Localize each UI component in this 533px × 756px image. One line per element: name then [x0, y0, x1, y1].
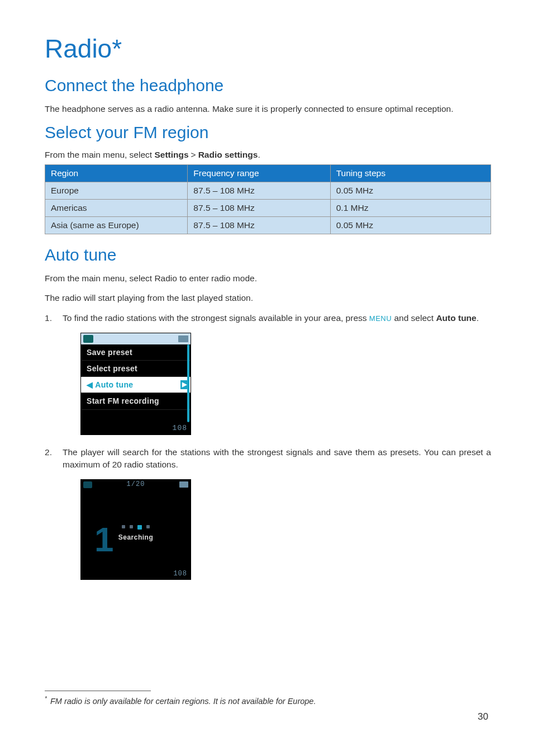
dot-icon — [137, 525, 142, 530]
intro1c: to enter radio mode. — [177, 273, 257, 283]
cell-tuning: 0.1 MHz — [330, 199, 491, 216]
step2-text: The player will search for the stations … — [63, 447, 491, 469]
device2-body: 1 Searching — [81, 490, 191, 568]
table-row: Europe 87.5 – 108 MHz 0.05 MHz — [45, 182, 491, 199]
auto-tune-intro2: The radio will start playing from the la… — [45, 292, 491, 304]
nav-prefix: From the main menu, select — [45, 150, 154, 159]
device2-footer-freq: 108 — [81, 568, 191, 579]
preset-big-number: 1 — [94, 514, 113, 565]
table-row: Asia (same as Europe) 87.5 – 108 MHz 0.0… — [45, 216, 491, 234]
region-table: Region Frequency range Tuning steps Euro… — [45, 164, 491, 234]
step1b: and select — [392, 313, 436, 323]
step-1: To find the radio stations with the stro… — [45, 312, 491, 435]
footnote-marker: * — [45, 696, 47, 702]
cell-freq: 87.5 – 108 MHz — [188, 216, 330, 234]
searching-label: Searching — [118, 533, 154, 542]
menu-item-select-preset: Select preset — [81, 361, 191, 377]
intro1-radio: Radio — [154, 273, 177, 283]
cell-tuning: 0.05 MHz — [330, 182, 491, 199]
radio-icon — [83, 481, 92, 488]
section-select-region-heading: Select your FM region — [45, 123, 491, 142]
cell-freq: 87.5 – 108 MHz — [188, 182, 330, 199]
footnote: * FM radio is only available for certain… — [45, 696, 316, 706]
select-region-nav-hint: From the main menu, select Settings>Radi… — [45, 150, 491, 160]
device2-status-bar: 1/20 — [81, 480, 191, 490]
step1-auto-tune: Auto tune — [436, 313, 476, 323]
dot-icon — [122, 525, 125, 528]
footnote-text: FM radio is only available for certain r… — [50, 697, 316, 706]
chevron-left-icon: ◀ — [87, 379, 93, 390]
radio-icon — [83, 335, 93, 343]
device-screenshot-searching: 1/20 1 Searching 108 — [80, 479, 491, 580]
cell-region: Asia (same as Europe) — [45, 216, 188, 234]
footnote-separator — [45, 691, 151, 691]
nav-gt: > — [191, 150, 196, 159]
preset-counter: 1/20 — [127, 480, 145, 489]
th-tuning: Tuning steps — [330, 164, 491, 182]
table-header-row: Region Frequency range Tuning steps — [45, 164, 491, 182]
nav-radio-settings: Radio settings — [198, 150, 258, 159]
step-2: The player will search for the stations … — [45, 446, 491, 580]
battery-icon — [178, 336, 188, 342]
menu-item-auto-tune-label: Auto tune — [95, 379, 133, 390]
device-screenshot-menu: Save preset Select preset ◀ Auto tune ▶ … — [80, 333, 491, 435]
page-number: 30 — [478, 711, 488, 722]
device-menu: Save preset Select preset ◀ Auto tune ▶ … — [81, 344, 191, 422]
step1-menu-label: MENU — [369, 314, 392, 323]
dot-icon — [130, 525, 133, 528]
nav-suffix: . — [258, 150, 260, 159]
th-freq: Frequency range — [188, 164, 330, 182]
section-auto-tune-heading: Auto tune — [45, 245, 491, 264]
dot-icon — [146, 525, 150, 528]
intro1a: From the main menu, select — [45, 273, 154, 283]
step1a: To find the radio stations with the stro… — [63, 313, 369, 323]
cell-tuning: 0.05 MHz — [330, 216, 491, 234]
nav-settings: Settings — [154, 150, 188, 159]
connect-body: The headphone serves as a radio antenna.… — [45, 103, 491, 115]
cell-region: Americas — [45, 199, 188, 216]
menu-item-auto-tune: ◀ Auto tune ▶ — [81, 377, 191, 393]
th-region: Region — [45, 164, 188, 182]
progress-dots — [122, 525, 150, 530]
battery-icon — [179, 481, 188, 488]
device-footer-freq: 108 — [81, 422, 191, 434]
cell-freq: 87.5 – 108 MHz — [188, 199, 330, 216]
device-status-bar — [81, 333, 191, 344]
menu-item-start-fm-recording: Start FM recording — [81, 393, 191, 409]
cell-region: Europe — [45, 182, 188, 199]
table-row: Americas 87.5 – 108 MHz 0.1 MHz — [45, 199, 491, 216]
step1c: . — [477, 313, 479, 323]
auto-tune-steps: To find the radio stations with the stro… — [45, 312, 491, 580]
page-title: Radio* — [45, 34, 491, 64]
menu-item-save-preset: Save preset — [81, 344, 191, 361]
auto-tune-intro1: From the main menu, select Radio to ente… — [45, 272, 491, 285]
section-connect-heading: Connect the headphone — [45, 76, 491, 95]
chevron-right-icon: ▶ — [180, 380, 188, 389]
